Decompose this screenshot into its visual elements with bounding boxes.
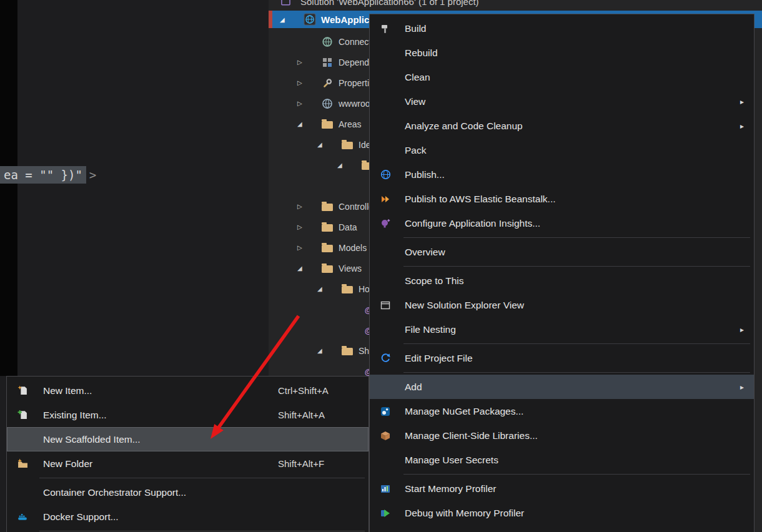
menu-item-pack[interactable]: Pack [370, 138, 754, 162]
project-accent-bar [269, 11, 272, 28]
expander-collapsed-icon[interactable]: ▷ [297, 224, 321, 230]
menu-item-new-solution-explorer-view[interactable]: New Solution Explorer View [370, 293, 754, 317]
aws-beanstalk-icon [376, 193, 395, 205]
expander-expanded-icon[interactable]: ◢ [280, 16, 304, 23]
folder-icon [321, 244, 334, 252]
submenu-separator [39, 531, 365, 531]
submenu-arrow-icon: ▸ [740, 122, 744, 131]
menu-item-cut-off[interactable] [370, 525, 754, 532]
folder-icon [341, 140, 354, 149]
properties-wrench-icon [321, 78, 334, 88]
menu-item-configure-app-insights[interactable]: Configure Application Insights... [370, 211, 754, 235]
aspnet-project-icon [304, 13, 316, 26]
submenu-item-new-scaffolded-item[interactable]: New Scaffolded Item... [7, 427, 369, 451]
menu-item-manage-user-secrets[interactable]: Manage User Secrets [370, 448, 754, 472]
menu-item-analyze-and-code-cleanup[interactable]: Analyze and Code Cleanup ▸ [370, 114, 754, 138]
folder-icon [321, 223, 334, 232]
nuget-icon [376, 405, 395, 418]
folder-icon [341, 285, 354, 293]
folder-icon [341, 347, 354, 355]
expander-collapsed-icon[interactable]: ▷ [297, 101, 321, 107]
menu-item-file-nesting[interactable]: File Nesting ▸ [370, 317, 754, 342]
new-item-icon [13, 385, 32, 397]
submenu-arrow-icon: ▸ [740, 325, 744, 334]
menu-separator [403, 237, 750, 238]
expander-collapsed-icon[interactable]: ▷ [297, 245, 321, 251]
shortcut-label: Shift+Alt+F [278, 458, 324, 469]
memory-profiler-icon [376, 483, 395, 495]
menu-separator [403, 266, 750, 267]
expander-expanded-icon[interactable]: ◢ [317, 142, 341, 148]
new-folder-icon [13, 458, 32, 470]
menu-item-build[interactable]: Build [370, 16, 754, 41]
expander-expanded-icon[interactable]: ◢ [297, 265, 321, 272]
code-line: ea = "" })" > [0, 166, 96, 184]
submenu-item-new-folder[interactable]: New Folder Shift+Alt+F [7, 451, 369, 476]
shortcut-label: Ctrl+Shift+A [278, 385, 329, 396]
client-side-libraries-icon [376, 430, 395, 442]
debug-profiler-play-icon [376, 507, 395, 520]
publish-globe-icon [376, 169, 395, 181]
connected-services-icon [321, 36, 334, 47]
menu-item-edit-project-file[interactable]: Edit Project File [370, 346, 754, 370]
solution-header-row[interactable]: Solution 'WebApplication66' (1 of 1 proj… [269, 0, 762, 11]
shortcut-label: Shift+Alt+A [278, 410, 325, 420]
project-context-menu: Build Rebuild Clean View ▸ Analyze and C… [369, 14, 755, 532]
folder-icon [321, 202, 334, 211]
menu-item-manage-nuget-packages[interactable]: Manage NuGet Packages... [370, 399, 754, 423]
menu-item-scope-to-this[interactable]: Scope to This [370, 268, 754, 293]
expander-collapsed-icon[interactable]: ▷ [297, 204, 321, 210]
menu-separator [403, 343, 750, 344]
menu-separator [403, 474, 750, 475]
add-submenu: New Item... Ctrl+Shift+A Existing Item..… [6, 376, 369, 532]
expander-collapsed-icon[interactable]: ▷ [297, 59, 321, 66]
expander-expanded-icon[interactable]: ◢ [317, 348, 341, 354]
menu-item-rebuild[interactable]: Rebuild [370, 41, 754, 65]
globe-icon [321, 98, 334, 109]
code-selected-text: ea = "" })" [0, 166, 86, 184]
editor-left-gutter [0, 0, 17, 376]
expander-collapsed-icon[interactable]: ▷ [297, 80, 321, 86]
submenu-item-existing-item[interactable]: Existing Item... Shift+Alt+A [7, 403, 369, 427]
menu-item-start-memory-profiler[interactable]: Start Memory Profiler [370, 476, 754, 501]
menu-item-overview[interactable]: Overview [370, 240, 754, 264]
menu-item-publish-aws[interactable]: Publish to AWS Elastic Beanstalk... [370, 187, 754, 211]
expander-expanded-icon[interactable]: ◢ [317, 286, 341, 292]
build-icon [376, 22, 395, 35]
menu-item-view[interactable]: View ▸ [370, 89, 754, 114]
solution-header-label: Solution 'WebApplication66' (1 of 1 proj… [300, 0, 479, 7]
submenu-item-container-orchestrator-support[interactable]: Container Orchestrator Support... [7, 480, 369, 505]
menu-item-publish[interactable]: Publish... [370, 162, 754, 187]
submenu-item-new-item[interactable]: New Item... Ctrl+Shift+A [7, 378, 369, 403]
expander-expanded-icon[interactable]: ◢ [297, 121, 321, 127]
menu-item-debug-with-memory-profiler[interactable]: Debug with Memory Profiler [370, 501, 754, 525]
folder-icon [321, 120, 334, 129]
docker-icon [13, 511, 32, 523]
dependencies-icon [321, 57, 334, 67]
application-insights-icon [376, 217, 395, 230]
submenu-item-docker-support[interactable]: Docker Support... [7, 505, 369, 529]
menu-item-clean[interactable]: Clean [370, 65, 754, 89]
submenu-arrow-icon: ▸ [740, 383, 744, 392]
existing-item-icon [13, 409, 32, 421]
menu-item-add[interactable]: Add ▸ [370, 375, 754, 399]
expander-expanded-icon[interactable]: ◢ [337, 162, 361, 169]
folder-icon [321, 264, 334, 273]
submenu-arrow-icon: ▸ [740, 97, 744, 106]
submenu-separator [39, 478, 365, 478]
solution-icon [281, 0, 290, 6]
code-trailing-text: > [89, 168, 96, 182]
solution-explorer-view-icon [376, 299, 395, 312]
menu-item-manage-client-side-libraries[interactable]: Manage Client-Side Libraries... [370, 423, 754, 448]
menu-separator [403, 372, 750, 373]
edit-project-file-icon [376, 352, 395, 365]
